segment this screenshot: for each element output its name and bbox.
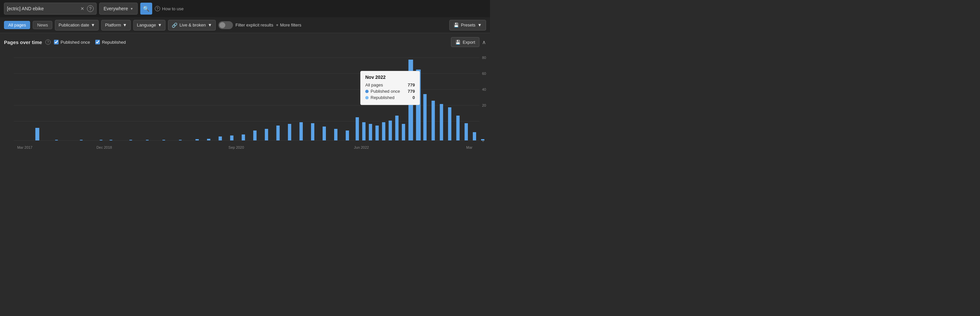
svg-rect-51 xyxy=(440,104,443,140)
more-filters-button[interactable]: + More filters xyxy=(276,22,301,27)
collapse-icon: ∧ xyxy=(482,40,486,45)
filter-bar: All pages News Publication date ▼ Platfo… xyxy=(0,17,490,33)
live-broken-label: Live & broken xyxy=(179,22,206,27)
svg-text:400: 400 xyxy=(482,88,486,91)
search-wrapper: ✕ ? xyxy=(4,3,97,14)
svg-rect-17 xyxy=(55,140,58,140)
presets-button[interactable]: 💾 Presets ▼ xyxy=(449,20,486,30)
svg-rect-39 xyxy=(356,117,359,140)
chart-controls: 💾 Export ∧ xyxy=(451,37,486,47)
chart-help-icon[interactable]: ? xyxy=(45,40,51,45)
export-icon: 💾 xyxy=(455,40,461,45)
published-once-checkbox[interactable] xyxy=(54,40,59,45)
svg-rect-20 xyxy=(110,140,112,140)
svg-rect-37 xyxy=(334,129,337,140)
chevron-down-icon: ▼ xyxy=(158,22,162,27)
plus-icon: + xyxy=(276,22,278,27)
svg-rect-25 xyxy=(196,139,199,140)
chart-svg: 800 600 400 200 0 Mar 2017 Dec 2018 Sep … xyxy=(4,51,486,157)
question-circle-icon: ? xyxy=(155,6,160,11)
republished-checkbox[interactable] xyxy=(95,40,100,45)
language-dropdown[interactable]: Language ▼ xyxy=(133,20,166,30)
svg-rect-48 xyxy=(416,70,420,140)
chevron-down-icon: ▼ xyxy=(208,22,212,27)
how-to-use-button[interactable]: ? How to use xyxy=(155,6,184,11)
chart-title-area: Pages over time ? Published once Republi… xyxy=(4,40,126,45)
collapse-button[interactable]: ∧ xyxy=(482,39,486,45)
svg-rect-49 xyxy=(423,94,426,140)
svg-rect-35 xyxy=(311,123,314,140)
news-label: News xyxy=(37,22,48,27)
export-label: Export xyxy=(463,40,475,45)
svg-rect-47 xyxy=(408,60,413,140)
svg-rect-42 xyxy=(375,126,379,140)
all-pages-tab[interactable]: All pages xyxy=(4,21,30,29)
explicit-filter-label: Filter explicit results xyxy=(235,22,273,27)
chevron-down-icon: ▼ xyxy=(123,22,127,27)
svg-rect-38 xyxy=(346,131,349,140)
svg-rect-50 xyxy=(431,101,435,140)
svg-rect-55 xyxy=(473,132,476,140)
svg-rect-23 xyxy=(162,140,165,140)
news-tab[interactable]: News xyxy=(33,21,52,29)
svg-rect-29 xyxy=(242,134,245,140)
svg-rect-22 xyxy=(146,140,148,140)
live-broken-dropdown[interactable]: 🔗 Live & broken ▼ xyxy=(168,20,215,30)
language-label: Language xyxy=(137,22,156,27)
chart-title: Pages over time xyxy=(4,40,42,45)
chevron-down-icon: ▼ xyxy=(477,22,482,27)
published-once-label: Published once xyxy=(60,40,90,45)
republished-checkbox-label[interactable]: Republished xyxy=(95,40,126,45)
search-submit-button[interactable]: 🔍 xyxy=(140,3,152,14)
svg-rect-52 xyxy=(448,107,451,140)
explicit-filter-toggle-group: Filter explicit results xyxy=(218,21,273,29)
svg-rect-28 xyxy=(230,136,234,140)
chart-section: Pages over time ? Published once Republi… xyxy=(0,33,490,161)
svg-rect-56 xyxy=(481,139,484,140)
search-input[interactable] xyxy=(7,6,78,11)
svg-text:Mar 2017: Mar 2017 xyxy=(17,145,32,149)
svg-text:Sep 2020: Sep 2020 xyxy=(229,145,244,149)
presets-label: Presets xyxy=(461,22,476,27)
checkbox-group: Published once Republished xyxy=(54,40,126,45)
svg-rect-54 xyxy=(465,123,468,140)
svg-rect-46 xyxy=(402,124,405,140)
platform-dropdown[interactable]: Platform ▼ xyxy=(101,20,130,30)
svg-rect-41 xyxy=(369,124,372,140)
search-help-button[interactable]: ? xyxy=(87,5,94,12)
publication-date-dropdown[interactable]: Publication date ▼ xyxy=(55,20,99,30)
svg-rect-16 xyxy=(35,128,39,140)
svg-rect-53 xyxy=(456,116,460,140)
svg-rect-31 xyxy=(265,129,268,140)
svg-rect-44 xyxy=(389,121,392,140)
svg-rect-26 xyxy=(207,139,210,140)
explicit-filter-toggle[interactable] xyxy=(218,21,233,29)
svg-rect-34 xyxy=(299,122,303,140)
svg-text:Jun 2022: Jun 2022 xyxy=(354,145,369,149)
svg-rect-30 xyxy=(253,131,256,140)
published-once-checkbox-label[interactable]: Published once xyxy=(54,40,90,45)
svg-text:Mar: Mar xyxy=(466,145,473,149)
everywhere-dropdown[interactable]: Everywhere ▼ xyxy=(99,3,138,14)
svg-rect-36 xyxy=(323,126,326,140)
search-icon: 🔍 xyxy=(143,6,150,12)
svg-rect-19 xyxy=(100,140,102,140)
svg-rect-27 xyxy=(219,136,222,140)
svg-rect-21 xyxy=(129,140,132,140)
svg-rect-18 xyxy=(80,140,83,140)
svg-rect-43 xyxy=(382,122,385,140)
svg-rect-45 xyxy=(395,116,399,140)
how-to-use-label: How to use xyxy=(162,6,184,11)
svg-text:200: 200 xyxy=(482,103,486,107)
republished-label: Republished xyxy=(102,40,126,45)
chart-container: 800 600 400 200 0 Mar 2017 Dec 2018 Sep … xyxy=(4,51,486,157)
presets-icon: 💾 xyxy=(453,22,459,27)
chevron-down-icon: ▼ xyxy=(130,7,133,11)
everywhere-label: Everywhere xyxy=(103,6,128,11)
export-button[interactable]: 💾 Export xyxy=(451,37,479,47)
svg-text:800: 800 xyxy=(482,56,486,60)
platform-label: Platform xyxy=(105,22,121,27)
svg-text:600: 600 xyxy=(482,72,486,75)
search-clear-button[interactable]: ✕ xyxy=(80,6,85,11)
svg-rect-32 xyxy=(276,126,280,140)
